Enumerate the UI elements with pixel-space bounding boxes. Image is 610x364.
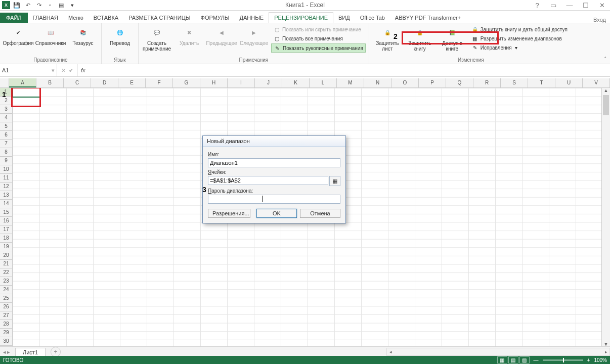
sheet-nav-next-icon[interactable]: ▸ — [7, 349, 10, 355]
row-header[interactable]: 4 — [0, 114, 12, 122]
row-header[interactable]: 7 — [0, 140, 12, 148]
row-header[interactable]: 9 — [0, 157, 12, 165]
column-header[interactable]: L — [310, 78, 337, 87]
view-page-layout-icon[interactable]: ▤ — [508, 356, 518, 363]
view-normal-icon[interactable]: ▦ — [497, 356, 507, 363]
row-header[interactable]: 12 — [0, 183, 12, 191]
redo-icon[interactable]: ↷ — [34, 1, 43, 10]
add-sheet-button[interactable]: + — [51, 347, 61, 357]
dialog-name-input[interactable] — [208, 158, 340, 167]
open-icon[interactable]: ▤ — [57, 1, 66, 10]
show-ink-button[interactable]: ✎Показать рукописные примечания — [271, 43, 366, 53]
row-header[interactable]: 15 — [0, 208, 12, 217]
spelling-button[interactable]: ✔Орфография — [3, 24, 33, 46]
tab-data[interactable]: ДАННЫЕ — [234, 13, 269, 23]
column-header[interactable]: F — [146, 78, 173, 87]
close-icon[interactable]: ✕ — [596, 1, 608, 9]
sign-in-link[interactable]: Вход — [593, 17, 606, 23]
new-comment-button[interactable]: 💬Создать примечание — [142, 24, 172, 52]
row-header[interactable]: 5 — [0, 122, 12, 131]
row-header[interactable]: 14 — [0, 200, 12, 208]
column-header[interactable]: V — [583, 78, 610, 87]
tab-view[interactable]: ВИД — [333, 13, 355, 23]
fx-icon[interactable]: fx — [78, 64, 89, 76]
tab-formulas[interactable]: ФОРМУЛЫ — [196, 13, 235, 23]
maximize-icon[interactable]: ☐ — [580, 1, 592, 9]
tab-review[interactable]: РЕЦЕНЗИРОВАНИЕ — [269, 12, 333, 23]
scroll-left-icon[interactable]: ◂ — [387, 349, 394, 354]
save-icon[interactable]: 💾 — [12, 1, 21, 10]
sheet-nav-prev-icon[interactable]: ◂ — [3, 349, 6, 355]
scroll-up-icon[interactable]: ▲ — [602, 88, 610, 95]
reference-button[interactable]: 📖Справочники — [35, 24, 66, 46]
cancel-button[interactable]: Отмена — [300, 209, 340, 218]
row-header[interactable]: 21 — [0, 260, 12, 268]
row-header[interactable]: 17 — [0, 225, 12, 234]
column-header[interactable]: H — [200, 78, 228, 87]
column-header[interactable]: E — [118, 78, 146, 87]
column-header[interactable]: B — [36, 78, 64, 87]
tab-page-layout[interactable]: РАЗМЕТКА СТРАНИЦЫ — [123, 13, 195, 23]
new-doc-icon[interactable]: ▫ — [46, 1, 55, 10]
zoom-out-icon[interactable]: — — [534, 357, 539, 363]
row-header[interactable]: 16 — [0, 217, 12, 225]
column-header[interactable]: N — [364, 78, 391, 87]
row-header[interactable]: 13 — [0, 191, 12, 200]
help-icon[interactable]: ? — [531, 1, 543, 9]
row-header[interactable]: 6 — [0, 131, 12, 140]
minimize-icon[interactable]: — — [563, 1, 576, 9]
row-header[interactable]: 22 — [0, 268, 12, 277]
collapse-ribbon-icon[interactable]: ˄ — [604, 56, 607, 63]
column-header[interactable]: K — [282, 78, 310, 87]
qat-dropdown-icon[interactable]: ▾ — [68, 1, 77, 10]
select-all-corner[interactable] — [0, 78, 9, 87]
row-header[interactable]: 25 — [0, 294, 12, 303]
name-box-dropdown-icon[interactable]: ▾ — [52, 67, 55, 74]
column-header[interactable]: C — [64, 78, 91, 87]
row-header[interactable]: 19 — [0, 243, 12, 251]
show-hide-comment-button[interactable]: ▢Показать или скрыть примечание — [271, 25, 366, 33]
column-header[interactable]: S — [501, 78, 528, 87]
delete-comment-button[interactable]: ✖Удалить — [174, 24, 204, 46]
row-header[interactable]: 27 — [0, 311, 12, 320]
tab-file[interactable]: ФАЙЛ — [0, 13, 28, 23]
dialog-password-input[interactable] — [208, 195, 340, 204]
tab-abbyy[interactable]: ABBYY PDF Transformer+ — [390, 13, 466, 23]
column-header[interactable]: P — [419, 78, 446, 87]
row-header[interactable]: 29 — [0, 329, 12, 337]
translate-button[interactable]: 🌐Перевод — [105, 24, 135, 46]
column-header[interactable]: J — [255, 78, 282, 87]
collapse-dialog-icon[interactable]: ▦ — [329, 176, 340, 186]
tab-home[interactable]: ГЛАВНАЯ — [28, 13, 63, 23]
column-header[interactable]: G — [173, 78, 200, 87]
track-changes-button[interactable]: ✎Исправления ▾ — [469, 43, 570, 52]
row-header[interactable]: 8 — [0, 148, 12, 157]
zoom-slider[interactable] — [543, 359, 583, 361]
column-header[interactable]: I — [228, 78, 255, 87]
zoom-in-icon[interactable]: + — [587, 357, 590, 363]
row-header[interactable]: 26 — [0, 303, 12, 311]
cancel-formula-icon[interactable]: ✕ — [61, 67, 66, 74]
column-header[interactable]: R — [473, 78, 501, 87]
name-box[interactable]: A1▾ — [0, 64, 57, 76]
sheet-tab-active[interactable]: Лист1 — [15, 348, 46, 356]
vertical-scrollbar[interactable]: ▲ ▼ — [601, 88, 610, 349]
column-header[interactable]: T — [528, 78, 555, 87]
prev-comment-button[interactable]: ◀Предыдущее — [206, 24, 237, 46]
row-header[interactable]: 18 — [0, 234, 12, 243]
horizontal-scrollbar[interactable]: ◂ ▸ — [386, 348, 610, 356]
row-header[interactable]: 10 — [0, 165, 12, 174]
next-comment-button[interactable]: ▶Следующее — [239, 24, 269, 46]
row-header[interactable]: 30 — [0, 337, 12, 346]
column-header[interactable]: O — [391, 78, 419, 87]
tab-insert[interactable]: ВСТАВКА — [89, 13, 123, 23]
row-header[interactable]: 3 — [0, 105, 12, 114]
column-header[interactable]: M — [337, 78, 364, 87]
dialog-cells-input[interactable] — [208, 176, 328, 185]
row-header[interactable]: 24 — [0, 286, 12, 294]
ribbon-options-icon[interactable]: ▭ — [547, 1, 559, 9]
formula-input[interactable] — [89, 64, 610, 76]
column-header[interactable]: U — [555, 78, 583, 87]
enter-formula-icon[interactable]: ✔ — [69, 67, 73, 74]
column-header[interactable]: D — [91, 78, 118, 87]
